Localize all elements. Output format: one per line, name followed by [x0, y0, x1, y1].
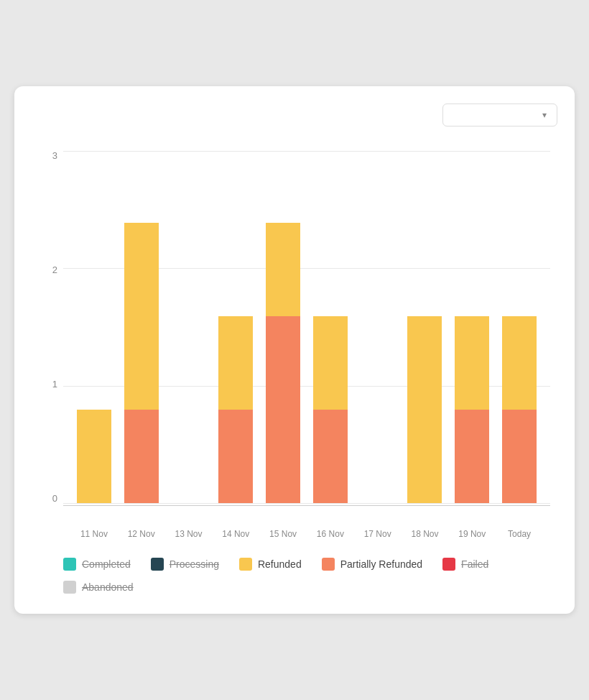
chart-area: 3 2 1 0 11 Nov12 Nov13 Nov14 Nov15 Nov16…	[32, 144, 557, 546]
refunded-segment	[124, 223, 159, 410]
partially-refunded-segment	[218, 410, 253, 503]
x-baseline	[63, 505, 550, 506]
bar-group-today	[496, 316, 543, 503]
refunded-segment	[77, 410, 111, 503]
x-label-14-nov: 14 Nov	[212, 529, 259, 539]
x-label-11-nov: 11 Nov	[70, 529, 118, 539]
legend-color-refunded	[239, 558, 252, 571]
legend-label-processing: Processing	[170, 558, 219, 570]
bar-stack	[266, 223, 300, 503]
legend-label-abandoned: Abandoned	[82, 581, 134, 593]
y-label-0: 0	[52, 494, 57, 503]
legend-label-refunded: Refunded	[258, 558, 302, 570]
legend-item-abandoned: Abandoned	[63, 581, 134, 594]
card-header: ▾	[32, 103, 557, 126]
refunded-segment	[313, 316, 348, 410]
x-label-17-nov: 17 Nov	[354, 529, 402, 539]
legend: CompletedProcessingRefundedPartially Ref…	[32, 558, 557, 594]
bar-group-16-nov	[307, 316, 354, 503]
legend-item-refunded: Refunded	[239, 558, 302, 571]
x-label-19-nov: 19 Nov	[448, 529, 496, 539]
legend-label-partially-refunded: Partially Refunded	[340, 558, 422, 570]
x-label-16-nov: 16 Nov	[307, 529, 354, 539]
legend-item-completed: Completed	[63, 558, 131, 571]
bar-group-18-nov	[402, 316, 449, 503]
chart-inner	[63, 151, 550, 503]
y-axis: 3 2 1 0	[32, 151, 63, 503]
bar-stack	[124, 223, 159, 503]
bar-stack	[313, 316, 348, 503]
bar-group-12-nov	[118, 223, 165, 503]
partially-refunded-segment	[266, 316, 300, 503]
legend-item-partially-refunded: Partially Refunded	[322, 558, 422, 571]
legend-label-completed: Completed	[82, 558, 131, 570]
legend-color-processing	[151, 558, 164, 571]
partially-refunded-segment	[455, 410, 489, 503]
x-label-today: Today	[496, 529, 543, 539]
refunded-segment	[407, 316, 442, 503]
partially-refunded-segment	[502, 410, 537, 503]
x-label-15-nov: 15 Nov	[259, 529, 307, 539]
period-dropdown[interactable]: ▾	[442, 103, 557, 126]
x-label-13-nov: 13 Nov	[165, 529, 213, 539]
y-label-3: 3	[52, 151, 57, 160]
bar-stack	[455, 316, 489, 503]
chevron-down-icon: ▾	[542, 110, 547, 120]
partially-refunded-segment	[313, 410, 348, 503]
bar-group-19-nov	[448, 316, 496, 503]
bar-stack	[502, 316, 537, 503]
refunded-segment	[218, 316, 253, 410]
refunded-segment	[455, 316, 489, 410]
legend-color-abandoned	[63, 581, 76, 594]
bar-stack	[407, 316, 442, 503]
legend-color-partially-refunded	[322, 558, 335, 571]
legend-color-completed	[63, 558, 76, 571]
refunded-segment	[502, 316, 537, 410]
bar-group-11-nov	[70, 410, 118, 503]
legend-color-failed	[442, 558, 455, 571]
y-label-2: 2	[52, 265, 57, 275]
partially-refunded-segment	[124, 410, 159, 503]
y-label-1: 1	[52, 379, 57, 389]
bar-group-15-nov	[259, 223, 307, 503]
legend-label-failed: Failed	[461, 558, 488, 570]
x-axis: 11 Nov12 Nov13 Nov14 Nov15 Nov16 Nov17 N…	[63, 529, 550, 539]
bar-group-14-nov	[212, 316, 259, 503]
bar-stack	[77, 410, 111, 503]
x-label-18-nov: 18 Nov	[402, 529, 449, 539]
orders-by-status-card: ▾ 3 2 1 0 11 Nov12 Nov13 Nov	[14, 86, 575, 614]
legend-item-processing: Processing	[151, 558, 219, 571]
bar-stack	[218, 316, 253, 503]
legend-item-failed: Failed	[442, 558, 488, 571]
x-label-12-nov: 12 Nov	[118, 529, 165, 539]
refunded-segment	[266, 223, 300, 316]
bars-container	[63, 151, 550, 503]
grid-line-0	[63, 503, 550, 504]
